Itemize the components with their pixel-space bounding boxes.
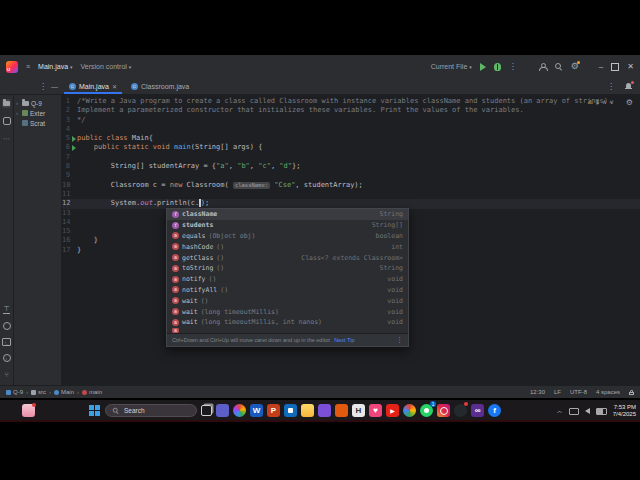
completion-item[interactable]: mgetClass()Class<? extends Classroom> <box>167 252 408 263</box>
breadcrumb-q-9[interactable]: Q-9 <box>6 389 23 395</box>
hidden-icons-chevron[interactable]: ︿ <box>557 407 563 416</box>
line-number[interactable]: 2 <box>62 106 70 115</box>
inspections-widget[interactable]: ⚠ 1 ∧ ∨ <box>587 98 614 105</box>
run-config-selector[interactable]: Current File ▾ <box>431 63 472 70</box>
code-line[interactable]: 10 Classroom c = new Classroom( classNam… <box>62 181 640 190</box>
debug-button[interactable] <box>494 63 501 71</box>
widgets-weather-icon[interactable] <box>22 404 35 417</box>
start-button[interactable] <box>88 404 101 417</box>
problems-tool-icon[interactable]: i <box>3 354 11 362</box>
run-gutter-icon[interactable] <box>70 143 77 152</box>
profiler-tool-icon[interactable] <box>3 322 11 330</box>
line-number[interactable]: 3 <box>62 116 70 125</box>
taskbar-app-visualstudio[interactable]: ∞ <box>471 404 484 417</box>
taskbar-app-github[interactable] <box>454 404 467 417</box>
line-number[interactable]: 7 <box>62 153 70 162</box>
breadcrumb-main[interactable]: Main <box>54 389 74 395</box>
taskbar-app-taskview[interactable] <box>201 405 212 416</box>
line-number[interactable]: 11 <box>62 190 70 199</box>
next-problem-icon[interactable]: ∨ <box>610 98 614 105</box>
line-number[interactable]: 6 <box>62 143 70 152</box>
readonly-lock-icon[interactable] <box>629 390 634 395</box>
taskbar-clock[interactable]: 7:53 PM 7/4/2025 <box>613 404 636 418</box>
next-tip-link[interactable]: Next Tip <box>334 337 354 343</box>
code-line[interactable]: 4 <box>62 125 640 134</box>
tray-device-icon[interactable] <box>569 408 579 415</box>
taskbar-app-explorer[interactable] <box>301 404 314 417</box>
code-line[interactable]: 3*/ <box>62 116 640 125</box>
code-line[interactable]: 9 <box>62 171 640 180</box>
run-button[interactable] <box>480 63 486 71</box>
breadcrumb-main[interactable]: main <box>82 389 102 395</box>
line-number[interactable]: 13 <box>62 209 70 218</box>
tree-chevron-icon[interactable]: › <box>16 100 20 106</box>
tray-volume-icon[interactable] <box>585 408 590 414</box>
taskbar-app-folder-purple[interactable] <box>318 404 331 417</box>
line-number[interactable]: 14 <box>62 218 70 227</box>
taskbar-app-facebook[interactable]: f <box>488 404 501 417</box>
taskbar-app-whatsapp[interactable]: 1 <box>420 404 433 417</box>
version-control-tool-icon[interactable]: ⑂ <box>2 370 11 379</box>
taskbar-app-powerpoint[interactable]: P <box>267 404 280 417</box>
breadcrumb-src[interactable]: src <box>31 389 46 395</box>
popup-options-icon[interactable]: ⋮ <box>396 336 403 344</box>
completion-item[interactable]: fclassNameString <box>167 209 408 220</box>
taskbar-app-instagram[interactable] <box>437 404 450 417</box>
prev-problem-icon[interactable]: ∧ <box>602 98 606 105</box>
panel-options-icon[interactable]: ⋮ <box>39 82 47 91</box>
tab-list-icon[interactable]: ⋮ <box>607 82 615 91</box>
taskbar-app-word[interactable]: W <box>250 404 263 417</box>
tab-main-java[interactable]: CMain.java✕ <box>62 78 124 94</box>
search-everywhere-icon[interactable] <box>555 63 563 71</box>
more-tools-icon[interactable]: ⋯ <box>2 134 11 143</box>
commit-tool-icon[interactable] <box>3 117 11 125</box>
completion-item[interactable]: mwait(long timeoutMillis, int nanos)void <box>167 317 408 328</box>
code-line[interactable]: 1/*Write a Java program to create a clas… <box>62 97 640 106</box>
tab-close-icon[interactable]: ✕ <box>112 83 117 90</box>
code-line[interactable]: 6 public static void main(String[] args)… <box>62 143 640 152</box>
tree-chevron-icon[interactable]: › <box>16 110 20 116</box>
window-maximize-button[interactable] <box>611 63 619 71</box>
panel-hide-icon[interactable]: — <box>51 83 58 90</box>
code-line[interactable]: 11 <box>62 190 640 199</box>
line-number[interactable]: 8 <box>62 162 70 171</box>
taskbar-app-chrome[interactable] <box>403 404 416 417</box>
tree-item-scrat[interactable]: Scrat <box>14 118 61 128</box>
tab-classroom-java[interactable]: CClassroom.java <box>124 78 196 94</box>
status-item[interactable]: LF <box>554 389 561 395</box>
status-item[interactable]: 12:30 <box>530 389 545 395</box>
notifications-bell-icon[interactable] <box>625 83 632 90</box>
line-number[interactable]: 15 <box>62 227 70 236</box>
window-minimize-button[interactable]: – <box>599 63 603 71</box>
line-number[interactable]: 12 <box>62 199 70 208</box>
more-actions-icon[interactable]: ⋮ <box>509 62 517 71</box>
completion-item[interactable]: mhashCode()int <box>167 241 408 252</box>
terminal-tool-icon[interactable]: ›_ <box>2 338 11 346</box>
status-item[interactable]: UTF-8 <box>570 389 587 395</box>
settings-gear-icon[interactable]: ⚙ <box>571 62 579 71</box>
completion-item[interactable]: mnotifyAll()void <box>167 285 408 296</box>
taskbar-search-input[interactable]: Search <box>105 404 197 417</box>
line-number[interactable]: 9 <box>62 171 70 180</box>
line-number[interactable]: 1 <box>62 97 70 106</box>
code-line[interactable]: 5public class Main{ <box>62 134 640 143</box>
completion-item[interactable]: fstudentsString[] <box>167 220 408 231</box>
taskbar-app-store[interactable] <box>284 404 297 417</box>
tray-battery-icon[interactable] <box>596 408 607 415</box>
run-gutter-icon[interactable] <box>70 134 77 143</box>
line-number[interactable]: 5 <box>62 134 70 143</box>
line-number[interactable]: 16 <box>62 236 70 245</box>
tree-item-q-9[interactable]: ›Q-9 <box>14 98 61 108</box>
services-tool-icon[interactable]: ⊤ <box>3 304 10 314</box>
project-tool-icon[interactable] <box>2 99 11 108</box>
window-close-button[interactable]: ✕ <box>627 62 634 71</box>
completion-item[interactable]: mwait()void <box>167 295 408 306</box>
taskbar-app-youtube[interactable]: ▶ <box>386 404 399 417</box>
line-number[interactable]: 10 <box>62 181 70 190</box>
code-with-me-icon[interactable] <box>539 63 547 71</box>
taskbar-app-orange-app[interactable] <box>335 404 348 417</box>
status-item[interactable]: 4 spaces <box>596 389 620 395</box>
completion-item[interactable]: mequals(Object obj)boolean <box>167 231 408 242</box>
tree-item-exter[interactable]: ›Exter <box>14 108 61 118</box>
taskbar-app-h-app[interactable]: H <box>352 404 365 417</box>
